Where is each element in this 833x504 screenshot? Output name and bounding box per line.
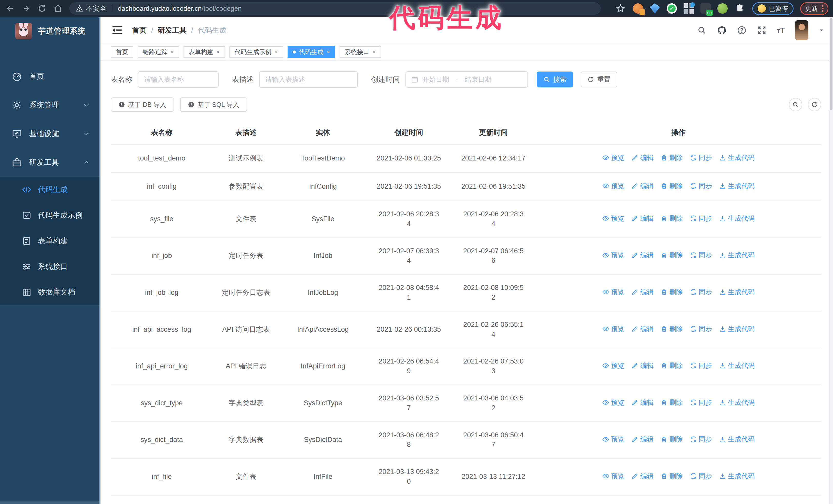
tag-form-builder[interactable]: 表单构建× [184, 46, 225, 58]
edit-link[interactable]: 编辑 [632, 181, 653, 190]
edit-link[interactable]: 编辑 [632, 324, 653, 334]
delete-link[interactable]: 删除 [661, 434, 683, 444]
sidebar-hscrollbar[interactable] [0, 501, 100, 504]
github-icon[interactable] [717, 25, 727, 35]
edit-link[interactable]: 编辑 [632, 250, 653, 260]
extension-icon[interactable] [633, 3, 643, 14]
edit-link[interactable]: 编辑 [632, 434, 653, 444]
edit-link[interactable]: 编辑 [632, 153, 653, 162]
tag-home[interactable]: 首页 [111, 46, 133, 58]
hamburger-icon[interactable] [111, 25, 123, 35]
delete-link[interactable]: 删除 [661, 181, 683, 190]
search-button[interactable]: 搜索 [537, 72, 573, 88]
delete-link[interactable]: 删除 [661, 324, 683, 334]
scrollbar-thumb[interactable] [830, 18, 832, 110]
preview-link[interactable]: 预览 [602, 250, 624, 260]
delete-link[interactable]: 删除 [661, 153, 683, 162]
preview-link[interactable]: 预览 [602, 214, 624, 223]
sync-link[interactable]: 同步 [690, 214, 712, 223]
sidebar-item-codegen-example[interactable]: 代码生成示例 [0, 202, 100, 228]
delete-link[interactable]: 删除 [661, 287, 683, 296]
delete-link[interactable]: 删除 [661, 214, 683, 223]
font-size-icon[interactable]: TT [777, 26, 785, 34]
tag-tracing[interactable]: 链路追踪× [138, 46, 179, 58]
table-row[interactable]: sys_dict_type 字典类型表 SysDictType 2021-03-… [111, 385, 821, 422]
close-icon[interactable]: × [373, 49, 376, 55]
reset-button[interactable]: 重置 [581, 72, 617, 88]
preview-link[interactable]: 预览 [602, 472, 624, 481]
tag-codegen-example[interactable]: 代码生成示例× [230, 46, 283, 58]
fullscreen-icon[interactable] [757, 25, 767, 35]
insecure-warning[interactable]: 不安全 [76, 4, 106, 13]
preview-link[interactable]: 预览 [602, 434, 624, 444]
profile-paused-badge[interactable]: 已暂停 [752, 2, 793, 15]
sidebar-item-codegen[interactable]: 代码生成 [0, 177, 100, 202]
generate-code-link[interactable]: 生成代码 [719, 153, 755, 162]
table-desc-input[interactable] [259, 71, 358, 88]
sidebar-item-devtools[interactable]: 研发工具 [0, 148, 100, 177]
sync-link[interactable]: 同步 [690, 398, 712, 407]
extension-grid-icon[interactable] [684, 3, 694, 14]
generate-code-link[interactable]: 生成代码 [719, 472, 755, 481]
sidebar-item-system-api[interactable]: 系统接口 [0, 254, 100, 280]
toggle-search-button[interactable] [789, 98, 802, 111]
user-avatar[interactable] [795, 20, 808, 40]
preview-link[interactable]: 预览 [602, 181, 624, 190]
generate-code-link[interactable]: 生成代码 [719, 434, 755, 444]
browser-back-icon[interactable] [5, 3, 16, 14]
address-bar[interactable]: 不安全 dashboard.yudao.iocoder.cn/tool/code… [69, 2, 601, 15]
sidebar-item-home[interactable]: 首页 [0, 62, 100, 91]
sidebar-item-system[interactable]: 系统管理 [0, 91, 100, 119]
edit-link[interactable]: 编辑 [632, 287, 653, 296]
generate-code-link[interactable]: 生成代码 [719, 287, 755, 296]
extension-frog-icon[interactable] [717, 3, 728, 14]
breadcrumb-devtools[interactable]: 研发工具 [158, 25, 187, 35]
close-icon[interactable]: × [275, 49, 278, 55]
preview-link[interactable]: 预览 [602, 398, 624, 407]
app-logo[interactable]: 芋道管理系统 [0, 17, 100, 45]
sync-link[interactable]: 同步 [690, 181, 712, 190]
sync-link[interactable]: 同步 [690, 324, 712, 334]
breadcrumb-home[interactable]: 首页 [132, 25, 147, 35]
browser-reload-icon[interactable] [37, 3, 48, 14]
page-scrollbar[interactable] [829, 17, 833, 504]
table-row[interactable]: inf_api_error_log API 错误日志 InfApiErrorLo… [111, 348, 821, 385]
generate-code-link[interactable]: 生成代码 [719, 250, 755, 260]
browser-update-button[interactable]: 更新 [800, 2, 828, 15]
table-name-input[interactable] [138, 71, 219, 88]
edit-link[interactable]: 编辑 [632, 472, 653, 481]
table-row[interactable]: sys_file 文件表 SysFile 2021-02-06 20:28:3 … [111, 201, 821, 238]
sync-link[interactable]: 同步 [690, 361, 712, 370]
sidebar-item-infra[interactable]: 基础设施 [0, 119, 100, 148]
avatar-caret-icon[interactable] [819, 27, 824, 33]
table-row[interactable]: inf_config 参数配置表 InfConfig 2021-02-06 19… [111, 172, 821, 201]
sync-link[interactable]: 同步 [690, 287, 712, 296]
date-range-picker[interactable]: 开始日期 - 结束日期 [405, 71, 528, 88]
help-icon[interactable] [737, 25, 747, 35]
browser-menu-icon[interactable] [822, 5, 824, 12]
browser-forward-icon[interactable] [21, 3, 32, 14]
import-db-button[interactable]: 基于 DB 导入 [111, 97, 174, 112]
preview-link[interactable]: 预览 [602, 153, 624, 162]
generate-code-link[interactable]: 生成代码 [719, 361, 755, 370]
edit-link[interactable]: 编辑 [632, 398, 653, 407]
refresh-table-button[interactable] [808, 98, 821, 111]
table-row[interactable]: inf_job 定时任务表 InfJob 2021-02-07 06:39:3 … [111, 238, 821, 274]
preview-link[interactable]: 预览 [602, 361, 624, 370]
sidebar-item-form-builder[interactable]: 表单构建 [0, 228, 100, 254]
delete-link[interactable]: 删除 [661, 250, 683, 260]
sync-link[interactable]: 同步 [690, 472, 712, 481]
extension-check-icon[interactable]: ✓ [667, 3, 677, 14]
close-icon[interactable]: × [170, 49, 174, 55]
sync-link[interactable]: 同步 [690, 434, 712, 444]
delete-link[interactable]: 删除 [661, 361, 683, 370]
close-icon[interactable]: × [327, 49, 330, 55]
generate-code-link[interactable]: 生成代码 [719, 398, 755, 407]
generate-code-link[interactable]: 生成代码 [719, 324, 755, 334]
tag-codegen[interactable]: 代码生成× [288, 46, 335, 58]
table-row[interactable]: sys_dict_data 字典数据表 SysDictData 2021-03-… [111, 422, 821, 459]
close-icon[interactable]: × [216, 49, 220, 55]
table-row[interactable]: tool_test_demo 测试示例表 ToolTestDemo 2021-0… [111, 144, 821, 172]
preview-link[interactable]: 预览 [602, 324, 624, 334]
sidebar-item-db-doc[interactable]: 数据库文档 [0, 280, 100, 305]
